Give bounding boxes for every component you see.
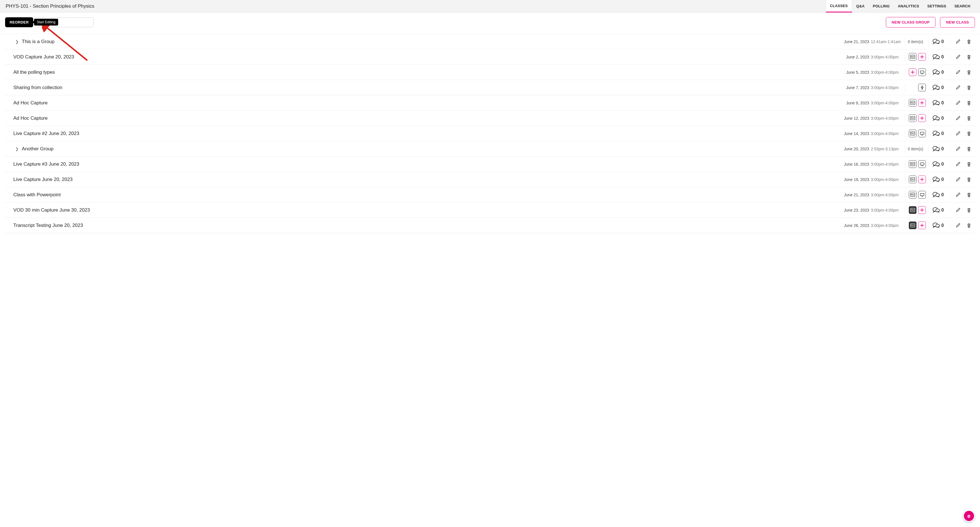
presentation-icon[interactable] [918,160,926,168]
chevron-right-icon[interactable]: ❯ [15,40,19,44]
row-title[interactable]: Ad Hoc Capture [13,100,48,106]
class-group-row: ❯Another Group June 20, 20232:53pm-3:13p… [4,141,976,156]
edit-icon[interactable] [956,192,961,197]
delete-icon[interactable] [967,177,971,182]
add-icon[interactable] [909,68,916,76]
add-icon[interactable] [918,99,926,107]
edit-icon[interactable] [956,177,961,182]
delete-icon[interactable] [967,116,971,121]
comments-button[interactable]: 0 [928,100,948,106]
media-icon[interactable] [909,221,916,229]
svg-rect-24 [920,162,924,165]
delete-icon[interactable] [967,208,971,213]
edit-icon[interactable] [956,70,961,75]
row-title[interactable]: Another Group [22,146,54,152]
add-icon[interactable] [918,221,926,229]
edit-icon[interactable] [956,131,961,136]
delete-icon[interactable] [967,54,971,60]
chat-icon [933,131,940,137]
chat-icon [933,146,940,152]
comments-button[interactable]: 0 [928,115,948,121]
edit-icon[interactable] [956,116,961,121]
svg-rect-6 [920,71,924,73]
media-icon[interactable] [909,191,916,199]
comments-button[interactable]: 0 [928,131,948,137]
tab-classes[interactable]: CLASSES [826,0,852,13]
tab-qa[interactable]: Q&A [852,0,869,13]
row-status-icons [905,130,926,137]
row-title[interactable]: Live Capture #3 June 20, 2023 [13,161,80,167]
new-class-group-button[interactable]: NEW CLASS GROUP [886,17,936,27]
media-icon[interactable] [909,160,916,168]
comments-button[interactable]: 0 [928,207,948,213]
edit-icon[interactable] [956,100,961,105]
row-title[interactable]: Ad Hoc Capture [13,115,48,121]
chevron-right-icon[interactable]: ❯ [15,146,19,151]
row-status-icons [905,53,926,61]
comments-button[interactable]: 0 [928,39,948,45]
media-icon[interactable] [909,99,916,107]
delete-icon[interactable] [967,39,971,44]
comments-button[interactable]: 0 [928,70,948,75]
comments-button[interactable]: 0 [928,146,948,152]
edit-icon[interactable] [956,223,961,228]
add-icon[interactable] [918,206,926,214]
edit-icon[interactable] [956,54,961,59]
edit-icon[interactable] [956,162,961,167]
delete-icon[interactable] [967,223,971,228]
delete-icon[interactable] [967,131,971,136]
chat-icon [933,192,940,198]
delete-icon[interactable] [967,146,971,151]
delete-icon[interactable] [967,192,971,197]
delete-icon[interactable] [967,85,971,90]
comments-button[interactable]: 0 [928,54,948,60]
tab-polling[interactable]: POLLING [869,0,894,13]
media-icon[interactable] [909,206,916,214]
row-title[interactable]: Live Capture June 20, 2023 [13,177,73,182]
delete-icon[interactable] [967,162,971,167]
media-icon[interactable] [909,114,916,122]
row-title[interactable]: Transcript Testing June 20, 2023 [13,223,83,228]
row-title[interactable]: Class with Powerpoint [13,192,61,198]
row-title[interactable]: Live Capture #2 June 20, 2023 [13,131,80,137]
bolt-icon[interactable] [918,84,926,91]
reorder-button[interactable]: REORDER [5,17,33,27]
tab-analytics[interactable]: ANALYTICS [894,0,923,13]
row-title[interactable]: VOD Capture June 20, 2023 [13,54,74,60]
media-icon[interactable] [909,130,916,137]
delete-icon[interactable] [967,70,971,75]
edit-icon[interactable] [956,208,961,212]
comments-button[interactable]: 0 [928,192,948,198]
comments-button[interactable]: 0 [928,161,948,167]
row-title[interactable]: Sharing from collection [13,85,62,91]
presentation-icon[interactable] [918,191,926,199]
row-status-icons [905,175,926,183]
chat-icon [933,70,940,75]
class-row: Live Capture June 20, 2023 June 19, 2023… [4,172,976,187]
class-row: All the polling types June 5, 20233:00pm… [4,65,976,80]
add-icon[interactable] [918,175,926,183]
row-title[interactable]: All the polling types [13,70,55,75]
row-status-icons [905,191,926,199]
comments-button[interactable]: 0 [928,85,948,91]
add-icon[interactable] [918,53,926,61]
tab-search[interactable]: SEARCH [950,0,974,13]
comments-button[interactable]: 0 [928,177,948,182]
row-title[interactable]: VOD 30 min Capture June 30, 2023 [13,207,90,213]
tab-settings[interactable]: SETTINGS [923,0,950,13]
edit-icon[interactable] [956,39,961,44]
action-bar: REORDER Start Editing NEW CLASS GROUP NE… [0,13,980,34]
row-datetime: June 14, 20233:00pm-4:00pm [840,131,902,136]
new-class-button[interactable]: NEW CLASS [940,17,975,27]
add-icon[interactable] [918,114,926,122]
delete-icon[interactable] [967,100,971,105]
presentation-icon[interactable] [918,130,926,137]
media-icon[interactable] [909,53,916,61]
edit-icon[interactable] [956,146,961,151]
media-icon[interactable] [909,175,916,183]
class-row: Ad Hoc Capture June 12, 20233:00pm-4:00p… [4,111,976,126]
row-title[interactable]: This is a Group [22,39,54,45]
presentation-icon[interactable] [918,68,926,76]
edit-icon[interactable] [956,85,961,90]
comments-button[interactable]: 0 [928,223,948,228]
